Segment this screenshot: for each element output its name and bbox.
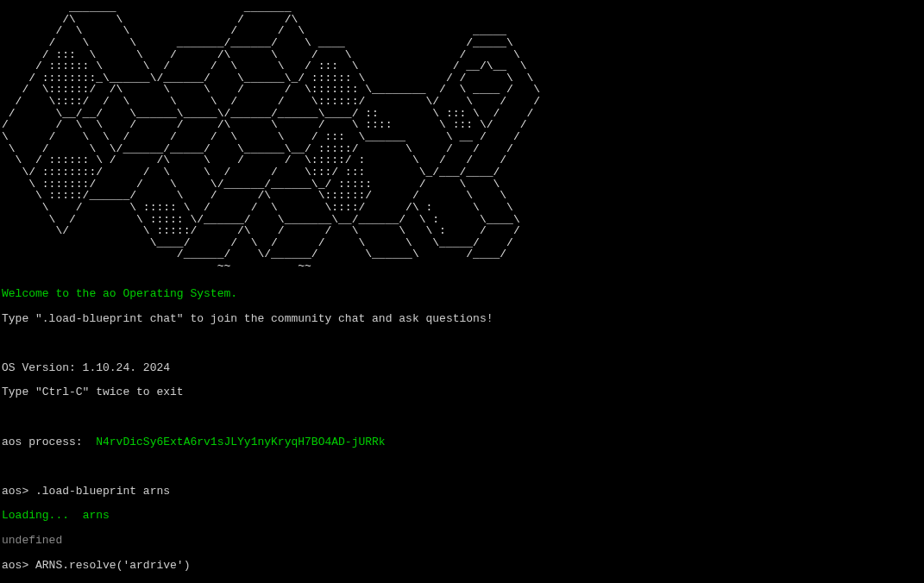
undefined-line: undefined	[2, 535, 922, 547]
loading-line: Loading... arns	[2, 510, 922, 522]
loading-target: arns	[83, 509, 110, 522]
process-label: aos process:	[2, 436, 96, 448]
loading-label: Loading...	[2, 509, 83, 522]
cmd-load-line: aos> .load-blueprint arns	[2, 486, 922, 498]
process-line: aos process: N4rvDicSy6ExtA6rv1sJLYy1nyK…	[2, 436, 922, 448]
prompt: aos>	[2, 559, 35, 572]
os-version: OS Version: 1.10.24. 2024	[2, 362, 922, 374]
welcome-line: Welcome to the ao Operating System.	[2, 288, 922, 300]
prompt: aos>	[2, 485, 35, 498]
ascii-logo: _______ _______ /\ \ / /\ / \ \ / / \ __…	[2, 2, 922, 273]
terminal-output[interactable]: Welcome to the ao Operating System. Type…	[2, 276, 922, 583]
exit-hint: Type "Ctrl-C" twice to exit	[2, 386, 922, 398]
cmd-resolve-line: aos> ARNS.resolve('ardrive')	[2, 560, 922, 572]
cmd-load: .load-blueprint arns	[35, 485, 170, 498]
cmd-resolve: ARNS.resolve('ardrive')	[35, 559, 190, 572]
welcome-hint: Type ".load-blueprint chat" to join the …	[2, 313, 922, 325]
process-id: N4rvDicSy6ExtA6rv1sJLYy1nyKryqH7BO4AD-jU…	[96, 436, 385, 448]
